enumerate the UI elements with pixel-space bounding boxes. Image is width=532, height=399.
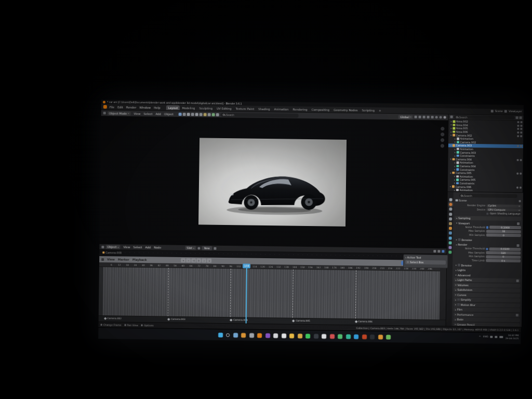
- playhead-frame-label[interactable]: 108: [243, 263, 250, 268]
- camera-marker[interactable]: Camera.005: [292, 320, 310, 322]
- snap-icon[interactable]: [437, 250, 440, 252]
- 3d-viewport[interactable]: [100, 116, 448, 248]
- pan-hand-icon[interactable]: [441, 138, 444, 142]
- tray-chevron-icon[interactable]: ^: [479, 335, 481, 338]
- camera-marker[interactable]: Camera.003: [168, 318, 185, 321]
- camera-view-icon[interactable]: [441, 144, 444, 148]
- section-bake[interactable]: ▸Bake: [454, 317, 520, 323]
- app-icon-lime[interactable]: [386, 335, 391, 339]
- filter-icon[interactable]: [516, 116, 518, 119]
- section-motion-blur[interactable]: ▸Motion Blur: [454, 302, 520, 308]
- next-keyframe-button[interactable]: ›: [202, 258, 206, 262]
- camera-app-icon[interactable]: [273, 333, 278, 338]
- shader-menu-add[interactable]: Add: [143, 245, 152, 249]
- hide-in-viewport-icon[interactable]: [517, 135, 519, 137]
- disable-in-render-icon[interactable]: [520, 131, 522, 134]
- view-layer-tab[interactable]: [449, 212, 452, 216]
- add-cube-tool-icon[interactable]: [212, 113, 215, 116]
- disable-in-render-icon[interactable]: [520, 121, 522, 123]
- property-value-slider[interactable]: 0.1000: [489, 226, 521, 230]
- shading-solid-icon[interactable]: [435, 116, 438, 118]
- hide-in-viewport-icon[interactable]: [517, 125, 519, 127]
- workspace-tab-uv-editing[interactable]: UV Editing: [215, 106, 234, 111]
- powerpoint-icon[interactable]: [362, 334, 367, 339]
- disable-in-render-icon[interactable]: [520, 187, 522, 189]
- battery-icon[interactable]: [500, 336, 503, 338]
- photos-app-icon[interactable]: [241, 332, 246, 337]
- checkbox-icon[interactable]: [458, 238, 461, 241]
- menu-edit[interactable]: Edit: [116, 105, 125, 109]
- timeline-menu-view[interactable]: View: [105, 257, 116, 261]
- mode-dropdown[interactable]: Object Mode▾: [108, 111, 131, 116]
- slot-dropdown[interactable]: Slot▾: [185, 246, 196, 250]
- start-button[interactable]: [218, 332, 223, 337]
- new-collection-icon[interactable]: [520, 116, 522, 119]
- physics-tab[interactable]: [448, 241, 451, 244]
- select-box-tool-icon[interactable]: [179, 112, 182, 115]
- previous-keyframe-button[interactable]: ‹: [186, 258, 191, 262]
- output-tab[interactable]: [449, 208, 452, 211]
- workspace-tab-modeling[interactable]: Modeling: [180, 105, 197, 110]
- volume-icon[interactable]: [495, 336, 498, 338]
- menu-render[interactable]: Render: [125, 105, 138, 109]
- select-box-tool-item[interactable]: Select Box: [405, 260, 446, 264]
- checkbox-icon[interactable]: [458, 264, 460, 267]
- section-extra-icon[interactable]: [517, 222, 520, 225]
- gizmo-icon[interactable]: [427, 116, 430, 118]
- search-button[interactable]: [226, 333, 230, 337]
- workspace-tab-animation[interactable]: Animation: [272, 107, 290, 111]
- workspace-tab-scripting[interactable]: Scripting: [360, 108, 377, 112]
- keyframe-area[interactable]: [103, 267, 440, 320]
- app-icon-teal[interactable]: [346, 334, 351, 339]
- timeline-menu-marker[interactable]: Marker: [116, 257, 131, 261]
- annotate-tool-icon[interactable]: [204, 113, 207, 116]
- browse-material-icon[interactable]: [197, 247, 200, 249]
- settings-app-icon[interactable]: [249, 333, 254, 338]
- property-dropdown[interactable]: Cycles▾: [486, 204, 521, 208]
- hide-in-viewport-icon[interactable]: [516, 172, 518, 175]
- section-denoise[interactable]: ▸Denoise: [455, 237, 521, 243]
- hide-in-viewport-icon[interactable]: [517, 131, 519, 134]
- play-button[interactable]: ▷: [196, 258, 201, 262]
- blender-app-icon[interactable]: [257, 333, 262, 338]
- checkbox-icon[interactable]: [457, 303, 460, 306]
- section-denoise[interactable]: ▸Denoise: [454, 263, 521, 268]
- workspace-tab-rendering[interactable]: Rendering: [290, 107, 309, 112]
- camera-marker[interactable]: Camera.002: [104, 317, 122, 320]
- jump-to-end-button[interactable]: »: [207, 259, 211, 263]
- hide-in-viewport-icon[interactable]: [517, 159, 519, 161]
- property-value-slider[interactable]: 0: [486, 234, 521, 237]
- section-lights[interactable]: ▸Lights: [454, 268, 521, 273]
- media-player-app-icon[interactable]: [265, 333, 270, 338]
- section-light-paths[interactable]: ▸Light Paths: [454, 278, 521, 283]
- section-sampling[interactable]: ▾Sampling: [455, 216, 521, 221]
- particles-tab[interactable]: [448, 236, 451, 240]
- widgets-button[interactable]: [233, 332, 238, 337]
- navigation-gizmo[interactable]: [441, 127, 444, 130]
- property-dropdown[interactable]: GPU Compute▾: [486, 208, 521, 212]
- proportional-editing-icon[interactable]: [419, 116, 421, 118]
- view-layer-icon[interactable]: [504, 110, 507, 112]
- app-icon-dark-2[interactable]: [370, 335, 375, 339]
- outliner-search-input[interactable]: [459, 115, 513, 119]
- properties-search-input[interactable]: [464, 194, 516, 197]
- cursor-tool-icon[interactable]: [183, 112, 186, 115]
- new-material-button[interactable]: New: [202, 246, 212, 250]
- notepad-app-icon[interactable]: [282, 333, 286, 338]
- xray-icon[interactable]: [431, 116, 434, 118]
- transform-tool-icon[interactable]: [200, 113, 203, 116]
- blender-menu-icon[interactable]: [103, 105, 107, 109]
- disable-in-render-icon[interactable]: [520, 125, 522, 127]
- shader-type-dropdown[interactable]: Object▾: [105, 245, 120, 249]
- shading-rendered-icon[interactable]: [444, 116, 446, 118]
- menu-file[interactable]: File: [108, 105, 116, 109]
- camera-marker[interactable]: Camera.006: [355, 320, 373, 323]
- app-icon-white[interactable]: [322, 334, 326, 338]
- hide-in-viewport-icon[interactable]: [517, 128, 519, 130]
- disable-in-render-icon[interactable]: [520, 172, 522, 175]
- disable-in-render-icon[interactable]: [520, 128, 522, 130]
- scene-selector[interactable]: Scene: [495, 110, 503, 113]
- editor-type-icon[interactable]: [101, 246, 104, 248]
- pin-icon[interactable]: [433, 250, 436, 252]
- app-icon-dark[interactable]: [314, 334, 318, 338]
